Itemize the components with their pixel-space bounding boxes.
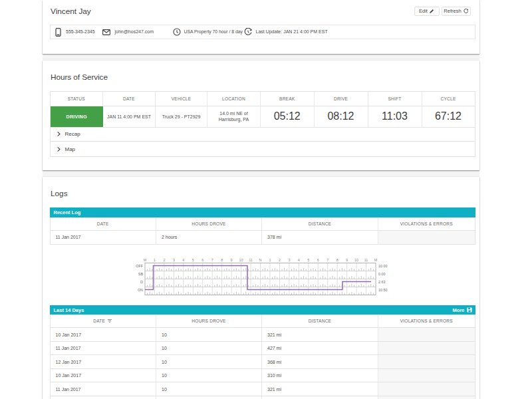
svg-text:7: 7 — [327, 257, 329, 261]
svg-text:4: 4 — [297, 257, 299, 261]
svg-text:D: D — [140, 279, 143, 283]
svg-text:2: 2 — [278, 257, 280, 261]
svg-text:3: 3 — [172, 257, 174, 261]
svg-text:SB: SB — [138, 271, 143, 275]
svg-text:M: M — [143, 257, 146, 261]
svg-text:10: 10 — [354, 257, 358, 261]
svg-text:5: 5 — [307, 257, 309, 261]
svg-text:6: 6 — [317, 257, 319, 261]
svg-text:N: N — [259, 257, 261, 261]
svg-text:0.00: 0.00 — [378, 271, 386, 275]
svg-text:9: 9 — [230, 257, 232, 261]
svg-text:5: 5 — [192, 257, 194, 261]
svg-text:6: 6 — [201, 257, 203, 261]
svg-text:M: M — [374, 257, 377, 261]
svg-text:OFF: OFF — [136, 263, 143, 267]
svg-text:1: 1 — [269, 257, 271, 261]
svg-text:1: 1 — [153, 257, 155, 261]
svg-text:3: 3 — [288, 257, 290, 261]
svg-text:10: 10 — [239, 257, 243, 261]
svg-text:10.50: 10.50 — [378, 287, 388, 291]
svg-text:8: 8 — [336, 257, 338, 261]
svg-text:4: 4 — [182, 257, 184, 261]
svg-text:11: 11 — [249, 257, 253, 261]
svg-text:2.63: 2.63 — [378, 279, 386, 283]
svg-text:7: 7 — [211, 257, 213, 261]
svg-text:10.00: 10.00 — [378, 263, 388, 267]
svg-text:11: 11 — [364, 257, 368, 261]
svg-text:ON: ON — [137, 287, 142, 291]
svg-text:2: 2 — [163, 257, 165, 261]
svg-text:8: 8 — [221, 257, 223, 261]
svg-text:9: 9 — [346, 257, 348, 261]
